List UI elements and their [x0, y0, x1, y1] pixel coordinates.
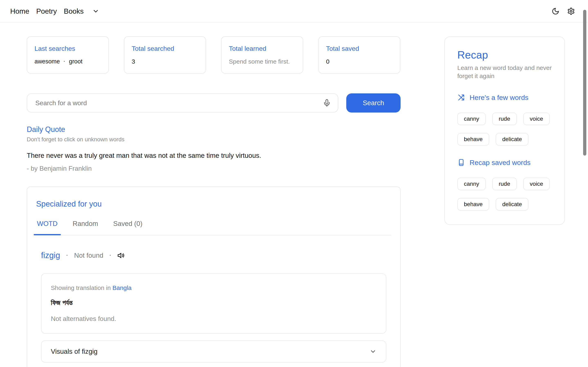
stat-card-last-searches: Last searches awesome · groot	[27, 36, 109, 74]
specialized-title: Specialized for you	[36, 200, 391, 208]
last-search-word[interactable]: awesome	[35, 58, 60, 65]
translation-prefix: Showing translation in	[51, 284, 111, 291]
word-chip[interactable]: canny	[457, 113, 486, 125]
recap-subtitle: Learn a new word today and never forget …	[457, 64, 552, 80]
word-chip[interactable]: voice	[523, 113, 550, 125]
tab-wotd[interactable]: WOTD	[37, 220, 58, 235]
word-chip[interactable]: canny	[457, 178, 486, 190]
speaker-icon[interactable]	[117, 252, 125, 259]
quote-author: - by Benjamin Franklin	[27, 165, 401, 172]
word-chip[interactable]: rude	[492, 113, 517, 125]
book-icon	[457, 159, 465, 166]
stat-value: Spend some time first.	[229, 58, 295, 65]
quote-text[interactable]: There never was a truly great man that w…	[27, 152, 401, 159]
word-chip[interactable]: delicate	[496, 198, 528, 211]
stat-title: Last searches	[35, 45, 101, 52]
saved-words-chips: canny rude voice behave delicate	[457, 178, 552, 211]
stat-title: Total learned	[229, 45, 295, 52]
tab-saved[interactable]: Saved (0)	[113, 220, 143, 235]
translation-box: Showing translation in Bangla ফিজ পর্যন্…	[41, 273, 386, 334]
tab-bar: WOTD Random Saved (0)	[36, 220, 391, 235]
daily-quote-subtitle: Don't forget to click on unknown words	[27, 136, 401, 143]
recap-panel: Recap Learn a new word today and never f…	[444, 36, 565, 225]
nav-item-books[interactable]: Books	[64, 7, 84, 15]
heres-a-few-words-link[interactable]: Here's a few words	[457, 94, 552, 101]
nav-item-home[interactable]: Home	[10, 7, 29, 15]
visuals-label: Visuals of fizgig	[51, 348, 98, 355]
search-button[interactable]: Search	[346, 93, 401, 113]
word-chip[interactable]: voice	[523, 178, 550, 190]
recap-saved-words-link[interactable]: Recap saved words	[457, 159, 552, 167]
word-chip[interactable]: behave	[457, 198, 489, 211]
word-title[interactable]: fizgig	[41, 251, 60, 260]
word-status: Not found	[74, 252, 103, 259]
visuals-accordion[interactable]: Visuals of fizgig	[41, 341, 386, 363]
mic-icon[interactable]	[323, 99, 331, 107]
tab-random[interactable]: Random	[73, 220, 98, 235]
last-search-word[interactable]: groot	[69, 58, 82, 65]
main-nav: Home Poetry Books	[10, 7, 99, 15]
specialized-card: Specialized for you WOTD Random Saved (0…	[27, 187, 401, 367]
translated-word: ফিজ পর্যন্ত	[51, 299, 376, 307]
heres-a-few-words-label: Here's a few words	[470, 94, 528, 101]
chevron-down-icon[interactable]	[370, 348, 376, 355]
few-words-chips: canny rude voice behave delicate	[457, 113, 552, 146]
shuffle-icon	[457, 94, 465, 101]
word-chip[interactable]: delicate	[496, 133, 528, 146]
gear-icon[interactable]	[567, 7, 575, 15]
top-navigation-bar: Home Poetry Books	[0, 0, 588, 23]
stat-title: Total saved	[326, 45, 393, 52]
stat-value: 0	[326, 58, 393, 65]
dot-separator: ·	[109, 252, 111, 259]
stat-card-total-saved: Total saved 0	[318, 36, 400, 74]
word-chip[interactable]: rude	[492, 178, 517, 190]
word-header-row: fizgig · Not found ·	[41, 251, 386, 260]
alternatives-status: Not alternatives found.	[51, 315, 376, 323]
nav-chevron-down-icon[interactable]	[92, 8, 99, 15]
daily-quote-section: Daily Quote Don't forget to click on unk…	[27, 125, 401, 172]
nav-item-poetry[interactable]: Poetry	[36, 7, 57, 15]
main-content: Last searches awesome · groot Total sear…	[27, 23, 401, 367]
page-scrollbar[interactable]	[583, 10, 586, 156]
stat-card-total-learned: Total learned Spend some time first.	[221, 36, 303, 74]
daily-quote-title: Daily Quote	[27, 125, 401, 134]
word-separator: ·	[63, 58, 65, 65]
moon-icon[interactable]	[552, 7, 559, 15]
search-row: Search	[27, 93, 401, 113]
search-input[interactable]	[27, 93, 338, 113]
stat-card-total-searched: Total searched 3	[124, 36, 206, 74]
recap-title: Recap	[457, 49, 552, 61]
word-chip[interactable]: behave	[457, 133, 489, 146]
stats-row: Last searches awesome · groot Total sear…	[27, 36, 401, 74]
dot-separator: ·	[66, 252, 68, 259]
translation-language-link[interactable]: Bangla	[112, 284, 131, 291]
recap-saved-words-label: Recap saved words	[470, 159, 531, 167]
stat-title: Total searched	[132, 45, 198, 52]
stat-value: 3	[132, 58, 198, 65]
